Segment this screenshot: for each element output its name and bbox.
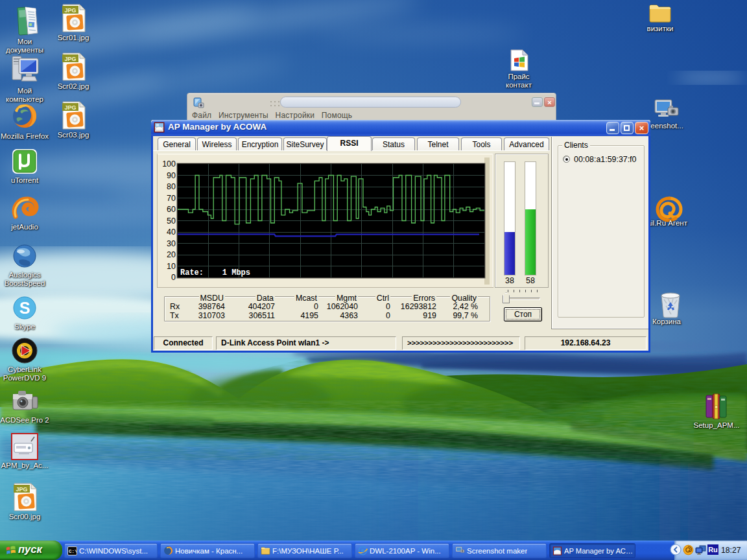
svg-text:10: 10 xyxy=(167,262,176,271)
svg-text:JPG: JPG xyxy=(16,486,27,493)
svg-text:JPG: JPG xyxy=(64,7,76,14)
svg-text:0: 0 xyxy=(171,273,176,282)
svg-text:JPG: JPG xyxy=(64,56,76,62)
svg-text:JPG: JPG xyxy=(64,104,76,111)
svg-text:40: 40 xyxy=(167,228,176,237)
svg-text:Rate: 1 Mbps: Rate: 1 Mbps xyxy=(180,268,250,277)
svg-text:20: 20 xyxy=(167,250,176,259)
svg-text:30: 30 xyxy=(167,239,176,248)
svg-text:100: 100 xyxy=(162,159,176,169)
svg-text:60: 60 xyxy=(167,205,176,214)
svg-text:50: 50 xyxy=(167,216,176,226)
svg-text:90: 90 xyxy=(167,171,176,180)
svg-text:70: 70 xyxy=(167,194,176,203)
svg-text:S: S xyxy=(19,299,30,317)
svg-text:80: 80 xyxy=(167,182,176,191)
svg-text:C:\: C:\ xyxy=(69,549,77,554)
